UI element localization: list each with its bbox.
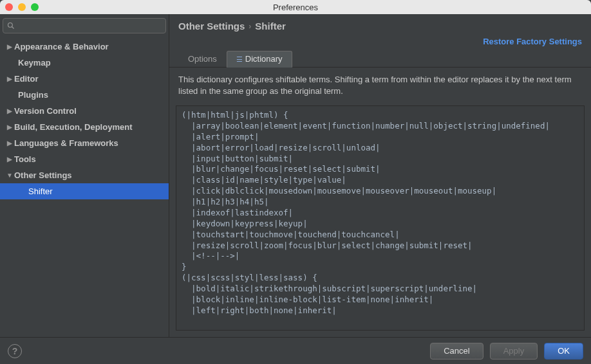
sidebar-item-build[interactable]: ▶Build, Execution, Deployment bbox=[0, 119, 169, 135]
tab-label: Dictionary bbox=[245, 54, 283, 64]
sidebar-item-other-settings[interactable]: ▼Other Settings bbox=[0, 167, 169, 183]
apply-button[interactable]: Apply bbox=[490, 343, 538, 359]
sidebar-item-label: Languages & Frameworks bbox=[14, 138, 118, 148]
tabbar: Options ☰Dictionary bbox=[169, 50, 591, 68]
close-window-button[interactable] bbox=[5, 3, 13, 11]
sidebar-item-label: Plugins bbox=[18, 90, 48, 100]
breadcrumb-current: Shifter bbox=[255, 21, 286, 32]
zoom-window-button[interactable] bbox=[31, 3, 39, 11]
window-title: Preferences bbox=[273, 3, 318, 12]
chevron-right-icon: ▶ bbox=[5, 140, 14, 147]
svg-point-0 bbox=[8, 23, 13, 28]
tab-options[interactable]: Options bbox=[178, 51, 227, 68]
sidebar-item-label: Tools bbox=[14, 154, 36, 164]
minimize-window-button[interactable] bbox=[18, 3, 26, 11]
search-icon bbox=[7, 22, 15, 30]
ok-button[interactable]: OK bbox=[544, 343, 583, 359]
sidebar-item-label: Build, Execution, Deployment bbox=[14, 122, 132, 132]
sidebar-item-label: Editor bbox=[14, 74, 39, 84]
chevron-down-icon: ▼ bbox=[5, 172, 14, 179]
sidebar-item-label: Keymap bbox=[18, 58, 51, 68]
dictionary-description: This dictionary configures shiftable ter… bbox=[169, 68, 591, 103]
breadcrumb-parent[interactable]: Other Settings bbox=[178, 21, 245, 32]
titlebar: Preferences bbox=[0, 0, 591, 14]
cancel-button[interactable]: Cancel bbox=[430, 343, 483, 359]
breadcrumb: Other Settings › Shifter bbox=[169, 14, 591, 37]
sidebar-item-keymap[interactable]: Keymap bbox=[0, 55, 169, 71]
chevron-right-icon: ▶ bbox=[5, 75, 14, 82]
sidebar-item-appearance[interactable]: ▶Appearance & Behavior bbox=[0, 39, 169, 55]
sidebar-item-tools[interactable]: ▶Tools bbox=[0, 151, 169, 167]
sidebar-item-plugins[interactable]: Plugins bbox=[0, 87, 169, 103]
search-text-field[interactable] bbox=[17, 21, 162, 30]
help-button[interactable]: ? bbox=[8, 344, 22, 358]
sidebar-item-version-control[interactable]: ▶Version Control bbox=[0, 103, 169, 119]
sidebar-item-label: Shifter bbox=[28, 187, 53, 196]
settings-tree: ▶Appearance & Behavior Keymap ▶Editor Pl… bbox=[0, 37, 169, 337]
list-icon: ☰ bbox=[236, 55, 243, 63]
restore-factory-settings-link[interactable]: Restore Factory Settings bbox=[169, 37, 591, 50]
sidebar-item-editor[interactable]: ▶Editor bbox=[0, 71, 169, 87]
sidebar-item-languages[interactable]: ▶Languages & Frameworks bbox=[0, 135, 169, 151]
chevron-right-icon: ▶ bbox=[5, 156, 14, 163]
tab-dictionary[interactable]: ☰Dictionary bbox=[227, 51, 292, 68]
search-input[interactable] bbox=[3, 18, 166, 33]
sidebar-item-label: Version Control bbox=[14, 106, 77, 116]
sidebar-item-shifter[interactable]: Shifter bbox=[0, 183, 169, 199]
sidebar: ▶Appearance & Behavior Keymap ▶Editor Pl… bbox=[0, 14, 169, 337]
chevron-right-icon: ▶ bbox=[5, 107, 14, 114]
chevron-right-icon: ▶ bbox=[5, 123, 14, 131]
chevron-right-icon: ▶ bbox=[5, 43, 14, 50]
dictionary-editor[interactable]: (|htm|html|js|phtml) { |array|boolean|el… bbox=[176, 105, 585, 331]
sidebar-item-label: Appearance & Behavior bbox=[14, 42, 109, 51]
svg-line-1 bbox=[12, 27, 14, 29]
footer: ? Cancel Apply OK bbox=[0, 337, 591, 364]
traffic-lights bbox=[5, 3, 39, 11]
sidebar-item-label: Other Settings bbox=[14, 170, 72, 180]
content-pane: Other Settings › Shifter Restore Factory… bbox=[169, 14, 591, 337]
chevron-right-icon: › bbox=[249, 22, 251, 31]
